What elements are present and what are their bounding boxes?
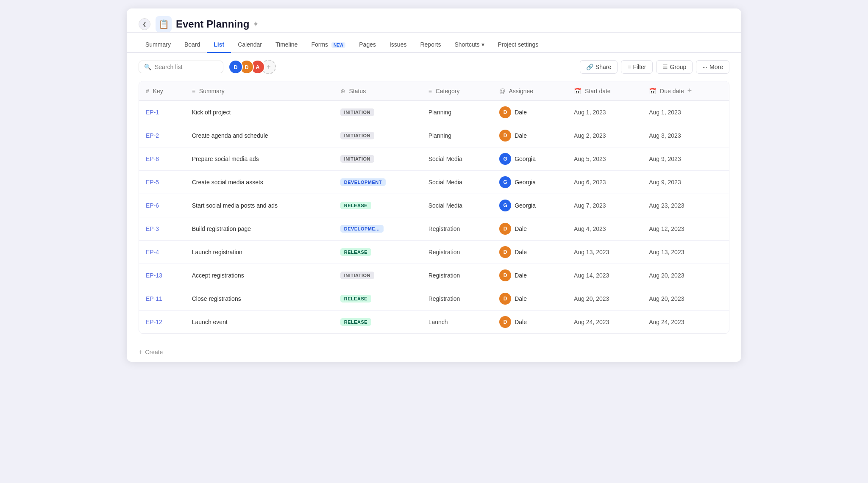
key-cell[interactable]: EP-3 bbox=[139, 217, 185, 241]
add-column-button[interactable]: + bbox=[686, 86, 694, 95]
group-icon: ☰ bbox=[662, 64, 668, 70]
table-body: EP-1 Kick off project INITIATION Plannin… bbox=[139, 101, 729, 334]
table-row: EP-4 Launch registration RELEASE Registr… bbox=[139, 241, 729, 264]
key-cell[interactable]: EP-12 bbox=[139, 311, 185, 334]
assignee-cell: D Dale bbox=[492, 311, 567, 334]
col-due-date: 📅 Due date + bbox=[642, 81, 729, 101]
tab-timeline[interactable]: Timeline bbox=[269, 37, 304, 53]
status-badge: INITIATION bbox=[340, 132, 374, 139]
filter-button[interactable]: ≡ Filter bbox=[621, 60, 652, 74]
assignee-container: G Georgia bbox=[499, 176, 560, 188]
tab-issues[interactable]: Issues bbox=[383, 37, 413, 53]
status-badge: RELEASE bbox=[340, 202, 371, 209]
status-badge: INITIATION bbox=[340, 272, 374, 279]
tab-reports[interactable]: Reports bbox=[413, 37, 448, 53]
tab-pages[interactable]: Pages bbox=[352, 37, 383, 53]
issues-table: # Key ≡ Summary ⊕ Status ≡ Category bbox=[139, 81, 729, 333]
tab-forms[interactable]: Forms NEW bbox=[304, 37, 352, 53]
tab-board[interactable]: Board bbox=[178, 37, 207, 53]
create-plus-icon: + bbox=[139, 348, 142, 356]
category-cell: Planning bbox=[422, 124, 492, 147]
status-cell: INITIATION bbox=[334, 101, 422, 124]
summary-cell: Accept registrations bbox=[185, 264, 334, 287]
due-date-cell: Aug 9, 2023 bbox=[642, 171, 729, 194]
table-row: EP-11 Close registrations RELEASE Regist… bbox=[139, 287, 729, 311]
table-row: EP-13 Accept registrations INITIATION Re… bbox=[139, 264, 729, 287]
status-col-icon: ⊕ bbox=[340, 88, 345, 94]
key-cell[interactable]: EP-6 bbox=[139, 194, 185, 217]
sparkle-icon[interactable]: ✦ bbox=[253, 19, 259, 29]
create-row[interactable]: + Create bbox=[127, 342, 741, 362]
assignee-avatar: D bbox=[499, 316, 511, 328]
key-cell[interactable]: EP-1 bbox=[139, 101, 185, 124]
key-cell[interactable]: EP-11 bbox=[139, 287, 185, 311]
tab-list[interactable]: List bbox=[207, 37, 231, 53]
start-date-cell: Aug 14, 2023 bbox=[567, 264, 642, 287]
toolbar-left: 🔍 D D A + bbox=[139, 60, 276, 74]
key-cell[interactable]: EP-4 bbox=[139, 241, 185, 264]
category-cell: Social Media bbox=[422, 171, 492, 194]
status-cell: RELEASE bbox=[334, 194, 422, 217]
category-cell: Registration bbox=[422, 241, 492, 264]
assignee-avatar: D bbox=[499, 130, 511, 142]
start-date-cell: Aug 1, 2023 bbox=[567, 101, 642, 124]
category-cell: Registration bbox=[422, 217, 492, 241]
search-icon: 🔍 bbox=[144, 64, 151, 70]
assignee-name: Dale bbox=[515, 132, 527, 139]
due-date-cell: Aug 20, 2023 bbox=[642, 264, 729, 287]
due-date-cell: Aug 13, 2023 bbox=[642, 241, 729, 264]
key-cell[interactable]: EP-2 bbox=[139, 124, 185, 147]
assignee-cell: D Dale bbox=[492, 287, 567, 311]
assignee-container: D Dale bbox=[499, 269, 560, 281]
nav-tabs: Summary Board List Calendar Timeline For… bbox=[127, 37, 741, 53]
assignee-container: D Dale bbox=[499, 316, 560, 328]
col-category: ≡ Category bbox=[422, 81, 492, 101]
status-cell: RELEASE bbox=[334, 311, 422, 334]
assignee-container: G Georgia bbox=[499, 200, 560, 211]
category-cell: Social Media bbox=[422, 194, 492, 217]
tab-project-settings[interactable]: Project settings bbox=[491, 37, 545, 53]
key-cell[interactable]: EP-13 bbox=[139, 264, 185, 287]
status-cell: INITIATION bbox=[334, 264, 422, 287]
avatar-dale-1[interactable]: D bbox=[228, 60, 243, 74]
search-box[interactable]: 🔍 bbox=[139, 61, 223, 73]
assignee-avatar: G bbox=[499, 176, 511, 188]
assignee-cell: D Dale bbox=[492, 124, 567, 147]
tab-calendar[interactable]: Calendar bbox=[231, 37, 269, 53]
status-badge: RELEASE bbox=[340, 248, 371, 256]
collapse-button[interactable]: ❮ bbox=[139, 18, 150, 30]
assignee-cell: D Dale bbox=[492, 241, 567, 264]
group-button[interactable]: ☰ Group bbox=[656, 60, 693, 74]
assignee-cell: G Georgia bbox=[492, 194, 567, 217]
project-title: Event Planning bbox=[176, 18, 249, 30]
due-date-cell: Aug 12, 2023 bbox=[642, 217, 729, 241]
start-date-cell: Aug 7, 2023 bbox=[567, 194, 642, 217]
due-date-cell: Aug 23, 2023 bbox=[642, 194, 729, 217]
more-button[interactable]: ··· More bbox=[696, 60, 729, 74]
toolbar-right: 🔗 Share ≡ Filter ☰ Group ··· More bbox=[580, 60, 729, 74]
category-cell: Social Media bbox=[422, 147, 492, 171]
key-cell[interactable]: EP-5 bbox=[139, 171, 185, 194]
due-date-col-icon: 📅 bbox=[649, 88, 656, 94]
status-badge: RELEASE bbox=[340, 295, 371, 303]
status-badge: RELEASE bbox=[340, 318, 371, 326]
table-row: EP-12 Launch event RELEASE Launch D Dale… bbox=[139, 311, 729, 334]
share-button[interactable]: 🔗 Share bbox=[580, 60, 618, 74]
assignee-avatar: G bbox=[499, 200, 511, 211]
status-badge: DEVELOPME... bbox=[340, 225, 384, 233]
key-cell[interactable]: EP-8 bbox=[139, 147, 185, 171]
summary-cell: Create social media assets bbox=[185, 171, 334, 194]
tab-shortcuts[interactable]: Shortcuts ▾ bbox=[448, 37, 491, 53]
start-date-cell: Aug 4, 2023 bbox=[567, 217, 642, 241]
assignee-container: D Dale bbox=[499, 130, 560, 142]
summary-cell: Close registrations bbox=[185, 287, 334, 311]
due-date-cell: Aug 20, 2023 bbox=[642, 287, 729, 311]
status-badge: DEVELOPMENT bbox=[340, 178, 386, 186]
category-cell: Planning bbox=[422, 101, 492, 124]
assignee-name: Dale bbox=[515, 295, 527, 302]
start-date-col-icon: 📅 bbox=[574, 88, 581, 94]
tab-summary[interactable]: Summary bbox=[139, 37, 178, 53]
assignee-col-icon: @ bbox=[499, 88, 505, 94]
search-input[interactable] bbox=[155, 64, 214, 70]
col-start-date: 📅 Start date bbox=[567, 81, 642, 101]
